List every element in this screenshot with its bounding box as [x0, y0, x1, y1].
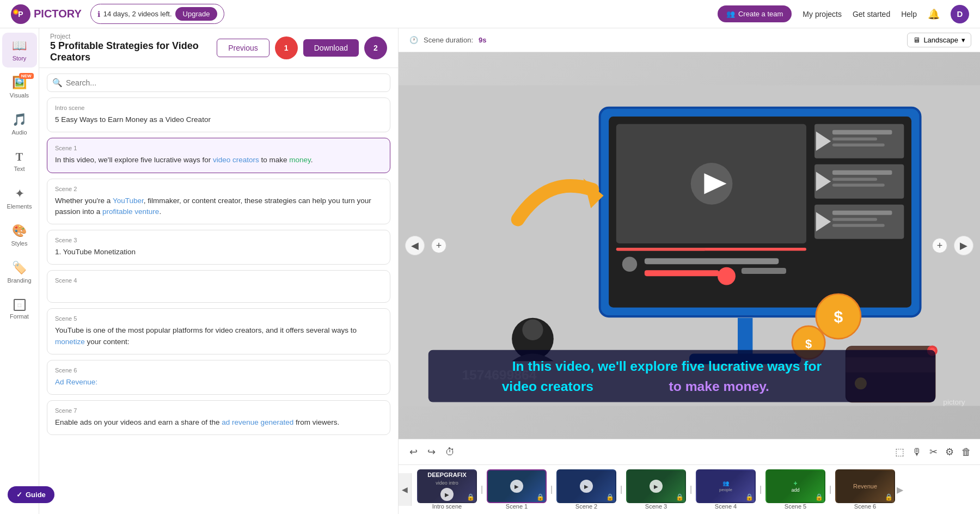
timeline-scene-intro[interactable]: DEEPGRAFIX video intro ▶ 🔒	[417, 469, 477, 503]
timeline-scene-2[interactable]: ▶ 🔒	[556, 469, 616, 503]
my-projects-link[interactable]: My projects	[803, 10, 842, 19]
avatar[interactable]: D	[951, 5, 969, 23]
prev-scene-arrow[interactable]: ◀	[405, 236, 425, 255]
scene-label-5: Scene 5	[55, 315, 382, 322]
settings-icon[interactable]: ⚙	[945, 446, 954, 458]
scene-card-6[interactable]: Scene 6 Ad Revenue:	[47, 360, 390, 395]
scene-card-7[interactable]: Scene 7 Enable ads on your videos and ea…	[47, 400, 390, 435]
guide-button[interactable]: ✓ Guide	[8, 486, 54, 503]
search-icon: 🔍	[52, 78, 63, 88]
timeline-scene-intro-group: DEEPGRAFIX video intro ▶ 🔒 Intro scene	[417, 469, 477, 510]
svg-rect-28	[832, 224, 885, 227]
timeline-scene-4[interactable]: 👥 people 🔒	[696, 469, 756, 503]
layout-dropdown[interactable]: 🖥 Landscape ▾	[907, 33, 971, 47]
svg-rect-33	[742, 268, 786, 274]
scissors-icon[interactable]: ✂	[929, 446, 938, 458]
timeline-scene4-group: 👥 people 🔒 Scene 4	[696, 469, 756, 510]
timeline-scene5-group: + add 🔒 Scene 5	[765, 469, 825, 510]
sidebar-item-styles[interactable]: 🎨 Styles	[2, 218, 37, 253]
download-button[interactable]: Download	[303, 39, 359, 57]
toolbar-right: ⬚ 🎙 ✂ ⚙ 🗑	[895, 446, 971, 458]
sidebar-item-elements[interactable]: ✦ Elements	[2, 181, 37, 216]
download-circle-button[interactable]: 2	[364, 36, 387, 59]
sidebar-item-story[interactable]: 📖 Story	[2, 33, 37, 68]
scene-card-3[interactable]: Scene 3 1. YouTube Monetization	[47, 230, 390, 265]
timeline-scene3-lock: 🔒	[676, 493, 684, 501]
logo-text: PICTORY	[34, 8, 82, 20]
scene-controls-bar: 🕐 Scene duration: 9s 🖥 Landscape ▾	[399, 28, 980, 52]
timeline-scene-1[interactable]: ▶ 🔒	[487, 469, 547, 503]
notification-bell-icon[interactable]: 🔔	[928, 8, 940, 20]
sidebar-styles-label: Styles	[11, 240, 28, 247]
timeline-scene6-group: Revenue 🔒 Scene 6	[835, 469, 895, 510]
project-title: 5 Profitable Strategies for Video Creato…	[50, 40, 217, 63]
elements-icon: ✦	[15, 187, 24, 201]
timeline-scene-5[interactable]: + add 🔒	[765, 469, 825, 503]
preview-circle-button[interactable]: 1	[275, 36, 298, 59]
svg-text:In this video, we'll explore f: In this video, we'll explore five lucrat…	[512, 359, 822, 374]
highlight-ad-revenue: Ad Revenue:	[55, 378, 97, 386]
create-team-button[interactable]: 👥 Create a team	[718, 5, 792, 22]
svg-rect-7	[738, 318, 752, 355]
timeline-scene2-group: ▶ 🔒 Scene 2	[556, 469, 616, 510]
logo[interactable]: P PICTORY	[11, 4, 82, 24]
timeline-scene1-lock: 🔒	[536, 493, 544, 501]
timeline-scene2-lock: 🔒	[606, 493, 614, 501]
scene-card-2[interactable]: Scene 2 Whether you're a YouTuber, filmm…	[47, 179, 390, 225]
upgrade-button[interactable]: Upgrade	[175, 7, 218, 21]
sidebar-item-branding[interactable]: 🏷️ Branding	[2, 255, 37, 290]
help-link[interactable]: Help	[901, 10, 917, 19]
timeline-scene1-label: Scene 1	[506, 503, 528, 510]
scene-card-1[interactable]: Scene 1 In this video, we'll explore fiv…	[47, 138, 390, 173]
scene-duration-label: Scene duration:	[424, 36, 473, 44]
clock-icon: 🕐	[409, 36, 418, 44]
timeline-scene3-label: Scene 3	[645, 503, 667, 510]
undo-button[interactable]: ↩	[407, 444, 420, 460]
sidebar-item-visuals[interactable]: 🖼️ Visuals NEW	[2, 70, 37, 105]
sidebar-item-text[interactable]: T Text	[2, 144, 37, 179]
scene-card-intro[interactable]: Intro scene 5 Easy Ways to Earn Money as…	[47, 97, 390, 132]
redo-button[interactable]: ↪	[425, 444, 438, 460]
next-scene-arrow[interactable]: ▶	[954, 236, 973, 255]
get-started-link[interactable]: Get started	[853, 10, 890, 19]
logo-icon: P	[11, 4, 30, 24]
add-scene-left-button[interactable]: +	[431, 238, 446, 253]
highlight-ad-revenue-gen: ad revenue generated	[222, 418, 293, 426]
styles-icon: 🎨	[12, 224, 27, 238]
audio-icon: 🎵	[12, 113, 27, 127]
crop-icon[interactable]: ⬚	[895, 446, 904, 458]
svg-text:$: $	[805, 337, 812, 351]
previous-button[interactable]: Previous	[217, 39, 269, 57]
sidebar-item-audio[interactable]: 🎵 Audio	[2, 107, 37, 142]
layout-label: Landscape	[923, 36, 958, 44]
scene2-play-button[interactable]: ▶	[580, 480, 593, 493]
timeline-scene-6[interactable]: Revenue 🔒	[835, 469, 895, 503]
scene-text-1: In this video, we'll explore five lucrat…	[55, 155, 382, 166]
scene-card-5[interactable]: Scene 5 YouTube is one of the most popul…	[47, 308, 390, 354]
svg-rect-30	[645, 258, 779, 264]
timeline-collapse-button[interactable]: ◀	[399, 473, 412, 506]
trash-icon[interactable]: 🗑	[961, 446, 971, 458]
landscape-selector: 🖥 Landscape ▾	[907, 33, 971, 47]
intro-play-button[interactable]: ▶	[440, 488, 454, 501]
timer-button[interactable]: ⏱	[443, 444, 457, 460]
timeline-scene4-lock: 🔒	[745, 493, 754, 501]
text-icon: T	[16, 151, 23, 163]
scene-text-5: YouTube is one of the most popular platf…	[55, 325, 382, 347]
sidebar-item-format[interactable]: ⬚ Format	[2, 292, 37, 327]
timeline-scene-3[interactable]: ▶ 🔒	[626, 469, 686, 503]
svg-point-3	[14, 10, 17, 14]
timeline-divider-5: |	[825, 469, 835, 510]
scene-card-4[interactable]: Scene 4	[47, 270, 390, 303]
sidebar-branding-label: Branding	[7, 277, 31, 284]
trial-text: 14 days, 2 videos left.	[103, 10, 172, 18]
scene1-play-button[interactable]: ▶	[510, 480, 523, 493]
timeline-arrow-right[interactable]: ▶	[895, 469, 905, 510]
mic-icon[interactable]: 🎙	[912, 446, 922, 458]
add-scene-right-button[interactable]: +	[932, 238, 947, 253]
search-input[interactable]	[47, 74, 390, 92]
scene3-play-button[interactable]: ▶	[650, 480, 663, 493]
scene-label-7: Scene 7	[55, 407, 382, 414]
sidebar-elements-label: Elements	[7, 203, 32, 210]
sidebar-visuals-label: Visuals	[10, 92, 29, 99]
